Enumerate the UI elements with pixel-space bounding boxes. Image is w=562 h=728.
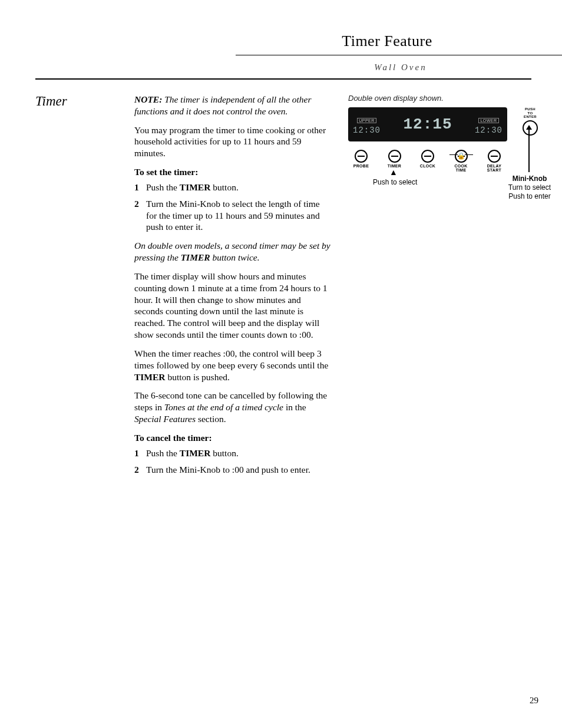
subhead-cancel-timer: To cancel the timer: <box>134 432 332 444</box>
delay-start-label: DELAYSTART <box>481 164 507 173</box>
subhead-set-timer: To set the timer: <box>134 166 332 178</box>
arrow-up-icon <box>526 125 532 130</box>
probe-label: PROBE <box>348 164 374 168</box>
upper-time: 12:30 <box>353 126 381 135</box>
lower-badge: LOWER <box>478 118 498 123</box>
page-number: 29 <box>530 696 538 706</box>
clock-label: CLOCK <box>415 164 441 168</box>
figure-caption: Double oven display shown. <box>348 94 548 103</box>
cancel-timer-steps: Push the TIMER button. Turn the Mini-Kno… <box>134 447 332 476</box>
paragraph-double-oven: On double oven models, a second timer ma… <box>134 240 332 263</box>
header-rule-top <box>236 55 562 55</box>
control-panel-figure: UPPER 12:30 12:15 LOWER 12:30 PUSH TO <box>348 107 548 202</box>
connector-line <box>449 154 458 155</box>
cook-time-label: COOKTIME <box>448 164 474 173</box>
section-heading-timer: Timer <box>35 94 124 109</box>
paragraph-program: You may program the timer to time cookin… <box>134 124 332 159</box>
header-rule-full <box>35 78 531 80</box>
paragraph-countdown: The timer display will show hours and mi… <box>134 271 332 341</box>
page-subtitle: Wall Oven <box>35 62 562 73</box>
note-label: NOTE: <box>134 94 162 104</box>
clock-knob-icon <box>421 150 434 163</box>
clock-time: 12:15 <box>403 116 452 133</box>
paragraph-reach-zero: When the timer reaches :00, the control … <box>134 348 332 383</box>
oven-display: UPPER 12:30 12:15 LOWER 12:30 <box>348 107 507 141</box>
lock-icon: 🔒 <box>457 152 465 160</box>
connector-line <box>465 154 473 155</box>
lower-time: 12:30 <box>475 126 503 135</box>
page-title: Timer Feature <box>90 32 484 50</box>
delay-start-knob-icon <box>488 150 501 163</box>
timer-knob-icon <box>388 150 401 163</box>
mini-knob-area: PUSH TO ENTER <box>512 107 548 136</box>
set-timer-steps: Push the TIMER button. Turn the Mini-Kno… <box>134 182 332 233</box>
main-text-column: NOTE: The timer is independent of all th… <box>134 94 332 482</box>
paragraph-tone-cancel: The 6-second tone can be cancelled by fo… <box>134 390 332 424</box>
probe-knob-icon <box>355 150 368 163</box>
callout-mini-knob: Mini-Knob Turn to select Push to enter <box>500 174 559 201</box>
callout-push-to-select: Push to select <box>373 178 417 186</box>
arrow-up-icon: ▲ <box>389 167 398 177</box>
upper-badge: UPPER <box>357 118 376 123</box>
arrow-stem <box>528 130 530 172</box>
